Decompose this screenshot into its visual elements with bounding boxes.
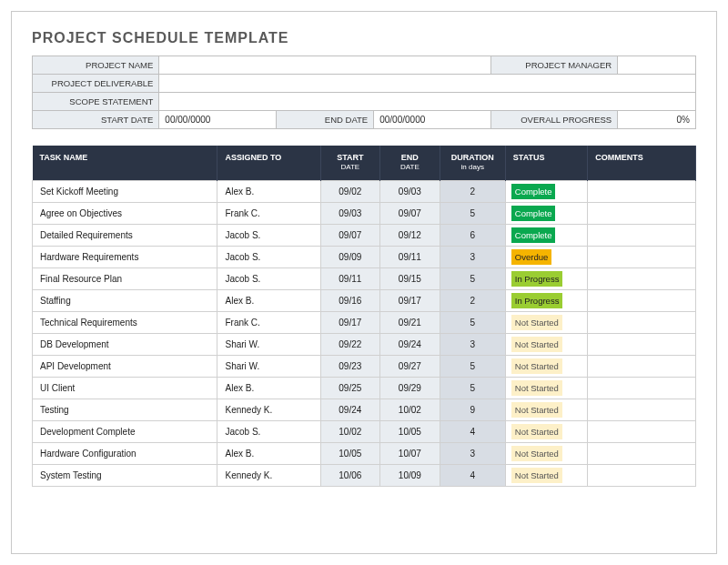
cell-duration[interactable]: 3 <box>440 443 505 465</box>
cell-assigned[interactable]: Alex B. <box>217 443 320 465</box>
cell-end[interactable]: 09/21 <box>380 312 440 334</box>
cell-end[interactable]: 09/07 <box>380 203 440 225</box>
cell-status[interactable]: Not Started <box>505 465 587 487</box>
cell-start[interactable]: 09/22 <box>320 334 380 356</box>
cell-assigned[interactable]: Kennedy K. <box>217 465 320 487</box>
cell-assigned[interactable]: Jacob S. <box>217 421 320 443</box>
cell-assigned[interactable]: Jacob S. <box>217 247 320 268</box>
cell-start[interactable]: 09/16 <box>320 290 380 312</box>
cell-start[interactable]: 09/02 <box>320 181 380 203</box>
cell-comments[interactable] <box>588 247 696 268</box>
cell-duration[interactable]: 6 <box>440 225 505 247</box>
cell-task[interactable]: Testing <box>33 399 217 421</box>
cell-end[interactable]: 09/15 <box>380 268 440 290</box>
cell-end[interactable]: 09/24 <box>380 334 440 356</box>
cell-end[interactable]: 09/12 <box>380 225 440 247</box>
cell-task[interactable]: Final Resource Plan <box>33 268 217 290</box>
cell-duration[interactable]: 5 <box>440 268 505 290</box>
cell-start[interactable]: 09/25 <box>320 378 380 399</box>
project-name-value[interactable] <box>159 56 490 75</box>
cell-duration[interactable]: 9 <box>440 399 505 421</box>
cell-comments[interactable] <box>588 203 696 225</box>
cell-comments[interactable] <box>588 181 696 203</box>
cell-start[interactable]: 09/24 <box>320 399 380 421</box>
cell-status[interactable]: Overdue <box>505 247 587 268</box>
cell-task[interactable]: System Testing <box>33 465 217 487</box>
cell-comments[interactable] <box>588 443 696 465</box>
cell-start[interactable]: 09/17 <box>320 312 380 334</box>
cell-start[interactable]: 10/02 <box>320 421 380 443</box>
cell-comments[interactable] <box>588 290 696 312</box>
cell-assigned[interactable]: Jacob S. <box>217 225 320 247</box>
cell-end[interactable]: 10/09 <box>380 465 440 487</box>
end-date-value[interactable]: 00/00/0000 <box>374 111 491 129</box>
cell-comments[interactable] <box>588 465 696 487</box>
cell-assigned[interactable]: Alex B. <box>217 378 320 399</box>
scope-statement-value[interactable] <box>159 93 696 111</box>
cell-assigned[interactable]: Frank C. <box>217 312 320 334</box>
cell-duration[interactable]: 5 <box>440 203 505 225</box>
cell-start[interactable]: 10/05 <box>320 443 380 465</box>
cell-duration[interactable]: 5 <box>440 312 505 334</box>
cell-status[interactable]: Not Started <box>505 443 587 465</box>
cell-status[interactable]: Complete <box>505 225 587 247</box>
cell-assigned[interactable]: Shari W. <box>217 334 320 356</box>
cell-comments[interactable] <box>588 268 696 290</box>
cell-status[interactable]: Not Started <box>505 421 587 443</box>
cell-duration[interactable]: 5 <box>440 356 505 378</box>
cell-assigned[interactable]: Alex B. <box>217 290 320 312</box>
cell-task[interactable]: Set Kickoff Meeting <box>33 181 217 203</box>
cell-start[interactable]: 09/11 <box>320 268 380 290</box>
cell-end[interactable]: 10/07 <box>380 443 440 465</box>
cell-status[interactable]: Not Started <box>505 334 587 356</box>
cell-duration[interactable]: 3 <box>440 247 505 268</box>
project-manager-value[interactable] <box>618 56 696 75</box>
cell-task[interactable]: Hardware Configuration <box>33 443 217 465</box>
cell-end[interactable]: 10/05 <box>380 421 440 443</box>
cell-status[interactable]: Complete <box>505 203 587 225</box>
cell-end[interactable]: 09/17 <box>380 290 440 312</box>
cell-task[interactable]: Technical Requirements <box>33 312 217 334</box>
cell-task[interactable]: Staffing <box>33 290 217 312</box>
cell-status[interactable]: Not Started <box>505 378 587 399</box>
cell-duration[interactable]: 2 <box>440 290 505 312</box>
cell-status[interactable]: Complete <box>505 181 587 203</box>
cell-start[interactable]: 09/03 <box>320 203 380 225</box>
cell-assigned[interactable]: Kennedy K. <box>217 399 320 421</box>
cell-comments[interactable] <box>588 356 696 378</box>
cell-duration[interactable]: 4 <box>440 465 505 487</box>
cell-task[interactable]: DB Development <box>33 334 217 356</box>
cell-comments[interactable] <box>588 421 696 443</box>
cell-task[interactable]: Hardware Requirements <box>33 247 217 268</box>
cell-end[interactable]: 10/02 <box>380 399 440 421</box>
cell-assigned[interactable]: Frank C. <box>217 203 320 225</box>
cell-duration[interactable]: 3 <box>440 334 505 356</box>
cell-comments[interactable] <box>588 334 696 356</box>
cell-start[interactable]: 09/07 <box>320 225 380 247</box>
start-date-value[interactable]: 00/00/0000 <box>159 111 277 129</box>
cell-duration[interactable]: 5 <box>440 378 505 399</box>
cell-duration[interactable]: 2 <box>440 181 505 203</box>
cell-comments[interactable] <box>588 399 696 421</box>
cell-comments[interactable] <box>588 225 696 247</box>
cell-task[interactable]: Agree on Objectives <box>33 203 217 225</box>
cell-end[interactable]: 09/29 <box>380 378 440 399</box>
cell-assigned[interactable]: Jacob S. <box>217 268 320 290</box>
cell-end[interactable]: 09/03 <box>380 181 440 203</box>
cell-task[interactable]: Development Complete <box>33 421 217 443</box>
cell-status[interactable]: In Progress <box>505 268 587 290</box>
cell-assigned[interactable]: Alex B. <box>217 181 320 203</box>
cell-start[interactable]: 09/09 <box>320 247 380 268</box>
cell-start[interactable]: 10/06 <box>320 465 380 487</box>
cell-status[interactable]: Not Started <box>505 356 587 378</box>
cell-end[interactable]: 09/11 <box>380 247 440 268</box>
cell-task[interactable]: UI Client <box>33 378 217 399</box>
cell-comments[interactable] <box>588 312 696 334</box>
cell-start[interactable]: 09/23 <box>320 356 380 378</box>
cell-end[interactable]: 09/27 <box>380 356 440 378</box>
cell-duration[interactable]: 4 <box>440 421 505 443</box>
cell-task[interactable]: Detailed Requirements <box>33 225 217 247</box>
cell-task[interactable]: API Development <box>33 356 217 378</box>
cell-assigned[interactable]: Shari W. <box>217 356 320 378</box>
cell-status[interactable]: In Progress <box>505 290 587 312</box>
